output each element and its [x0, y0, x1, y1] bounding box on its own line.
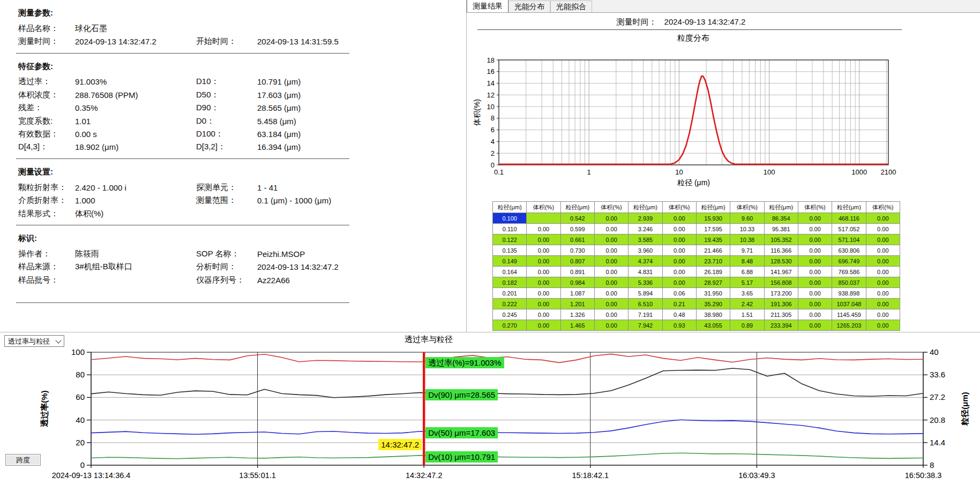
table-cell[interactable]: 0.00 [866, 267, 900, 277]
table-cell[interactable]: 10.33 [730, 224, 764, 234]
table-cell[interactable]: 0.00 [594, 299, 628, 309]
table-cell[interactable]: 0.48 [662, 309, 696, 320]
table-cell[interactable]: 0.00 [662, 277, 696, 288]
table-cell[interactable]: 116.366 [764, 245, 798, 256]
table-cell[interactable]: 3.960 [629, 245, 662, 256]
table-cell[interactable]: 0.100 [493, 213, 527, 224]
table-cell[interactable]: 86.354 [764, 213, 798, 224]
table-cell[interactable]: 35.290 [696, 299, 730, 309]
tab-测量结果[interactable]: 测量结果 [467, 0, 508, 12]
table-cell[interactable]: 0.00 [866, 299, 900, 309]
table-cell[interactable]: 0.00 [594, 245, 628, 256]
table-cell[interactable]: 517.052 [832, 224, 866, 234]
table-cell[interactable]: 0.00 [594, 277, 628, 288]
table-cell[interactable]: 0.182 [493, 277, 527, 288]
table-cell[interactable]: 0.00 [662, 224, 696, 234]
table-cell[interactable]: 0.542 [560, 213, 594, 224]
table-cell[interactable]: 8.48 [730, 256, 764, 267]
table-cell[interactable]: 3.246 [629, 224, 662, 234]
table-cell[interactable]: 105.352 [764, 234, 798, 245]
table-cell[interactable]: 0.730 [560, 245, 594, 256]
table-cell[interactable]: 0.00 [527, 299, 560, 309]
table-cell[interactable]: 5.17 [730, 277, 764, 288]
table-cell[interactable]: 0.661 [560, 234, 594, 245]
table-cell[interactable]: 0.245 [493, 309, 527, 320]
table-cell[interactable]: 9.60 [730, 213, 764, 224]
table-cell[interactable]: 0.00 [662, 256, 696, 267]
table-cell[interactable]: 9.71 [730, 245, 764, 256]
table-cell[interactable]: 141.967 [764, 267, 798, 277]
table-cell[interactable]: 26.189 [696, 267, 730, 277]
table-cell[interactable]: 0.807 [560, 256, 594, 267]
table-cell[interactable]: 0.164 [493, 267, 527, 277]
table-cell[interactable]: 0.00 [798, 234, 832, 245]
table-cell[interactable]: 0.00 [798, 245, 832, 256]
table-cell[interactable]: 233.394 [764, 320, 798, 331]
table-cell[interactable]: 0.00 [798, 267, 832, 277]
table-cell[interactable]: 0.135 [493, 245, 527, 256]
table-cell[interactable]: 1.465 [560, 320, 594, 331]
table-cell[interactable]: 0.00 [866, 213, 900, 224]
table-cell[interactable]: 0.00 [866, 256, 900, 267]
span-button[interactable]: 跨度 [5, 454, 41, 466]
table-cell[interactable]: 0.00 [866, 234, 900, 245]
table-cell[interactable]: 1.087 [560, 288, 594, 299]
table-cell[interactable]: 0.00 [798, 299, 832, 309]
table-cell[interactable]: 3.585 [629, 234, 662, 245]
table-cell[interactable]: 10.38 [730, 234, 764, 245]
table-cell[interactable]: 0.93 [662, 320, 696, 331]
table-cell[interactable]: 0.00 [594, 213, 628, 224]
table-cell[interactable]: 2.939 [629, 213, 662, 224]
table-cell[interactable]: 0.00 [527, 245, 560, 256]
table-cell[interactable]: 5.894 [629, 288, 662, 299]
table-cell[interactable]: 769.586 [832, 267, 866, 277]
table-cell[interactable]: 0.00 [662, 213, 696, 224]
table-cell[interactable]: 4.831 [629, 267, 662, 277]
table-cell[interactable]: 0.00 [527, 277, 560, 288]
table-cell[interactable]: 0.00 [594, 267, 628, 277]
table-cell[interactable]: 28.927 [696, 277, 730, 288]
table-cell[interactable]: 696.749 [832, 256, 866, 267]
table-cell[interactable]: 0.00 [866, 309, 900, 320]
table-cell[interactable]: 0.270 [493, 320, 527, 331]
table-cell[interactable]: 38.980 [696, 309, 730, 320]
table-cell[interactable]: 0.00 [866, 277, 900, 288]
table-cell[interactable]: 0.201 [493, 288, 527, 299]
table-cell[interactable]: 0.00 [662, 267, 696, 277]
table-cell[interactable]: 0.00 [527, 224, 560, 234]
table-cell[interactable]: 7.191 [629, 309, 662, 320]
table-cell[interactable]: 0.00 [798, 309, 832, 320]
table-cell[interactable]: 31.950 [696, 288, 730, 299]
table-cell[interactable]: 468.116 [832, 213, 866, 224]
table-cell[interactable]: 15.930 [696, 213, 730, 224]
table-cell[interactable]: 571.104 [832, 234, 866, 245]
table-cell[interactable]: 0.00 [798, 224, 832, 234]
table-cell[interactable]: 0.00 [527, 234, 560, 245]
table-cell[interactable]: 19.435 [696, 234, 730, 245]
table-cell[interactable]: 156.808 [764, 277, 798, 288]
table-cell[interactable]: 0.984 [560, 277, 594, 288]
table-cell[interactable]: 0.00 [798, 277, 832, 288]
table-cell[interactable]: 0.00 [594, 224, 628, 234]
table-cell[interactable]: 0.00 [798, 256, 832, 267]
table-cell[interactable]: 211.305 [764, 309, 798, 320]
table-cell[interactable]: 0.00 [662, 234, 696, 245]
table-cell[interactable]: 0.00 [662, 245, 696, 256]
table-cell[interactable]: 2.42 [730, 299, 764, 309]
table-cell[interactable]: 0.599 [560, 224, 594, 234]
table-cell[interactable]: 0.00 [798, 288, 832, 299]
table-cell[interactable]: 95.381 [764, 224, 798, 234]
table-cell[interactable]: 1.326 [560, 309, 594, 320]
table-cell[interactable]: 0.110 [493, 224, 527, 234]
table-cell[interactable]: 1.201 [560, 299, 594, 309]
time-cursor[interactable] [423, 352, 425, 465]
table-cell[interactable]: 6.88 [730, 267, 764, 277]
table-cell[interactable]: 0.00 [866, 224, 900, 234]
table-cell[interactable]: 23.710 [696, 256, 730, 267]
table-cell[interactable]: 0.00 [527, 309, 560, 320]
table-cell[interactable]: 0.00 [866, 320, 900, 331]
table-cell[interactable]: 0.89 [730, 320, 764, 331]
table-cell[interactable]: 0.00 [527, 320, 560, 331]
table-cell[interactable]: 4.374 [629, 256, 662, 267]
table-cell[interactable]: 1.51 [730, 309, 764, 320]
